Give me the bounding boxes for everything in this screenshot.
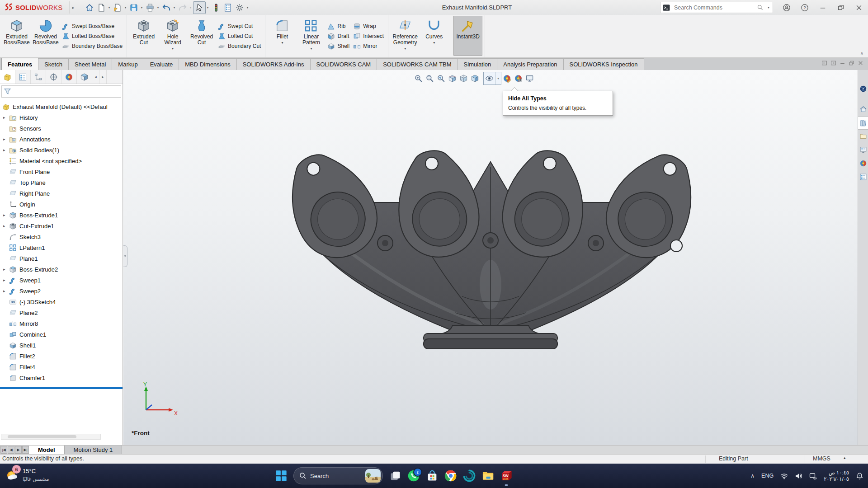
tree-root[interactable]: Exhaust Manifold (Default) <<Defaul: [0, 101, 123, 112]
tab-solidworks-inspection[interactable]: SOLIDWORKS Inspection: [563, 58, 644, 70]
panel-splitter-handle[interactable]: [123, 245, 127, 267]
expand-arrow-icon[interactable]: [3, 289, 9, 293]
tree-item-front-plane[interactable]: Front Plane: [0, 166, 123, 177]
print-button[interactable]: [144, 2, 156, 14]
language-indicator[interactable]: ENG: [761, 473, 774, 479]
tree-item-history[interactable]: History: [0, 112, 123, 123]
view-orientation-icon[interactable]: [458, 73, 469, 84]
help-button[interactable]: ?: [796, 0, 814, 15]
lofted-boss-base-button[interactable]: Lofted Boss/Base: [62, 32, 123, 41]
tree-item-cut-extrude1[interactable]: Cut-Extrude1: [0, 221, 123, 231]
scrollbar-thumb[interactable]: [8, 435, 76, 438]
units-caret-icon[interactable]: ▴: [844, 455, 846, 460]
3dexperience-button[interactable]: [858, 83, 868, 95]
previous-view-icon[interactable]: [435, 73, 447, 84]
whatsapp-button[interactable]: ٤: [407, 469, 420, 482]
tab-sheet-metal[interactable]: Sheet Metal: [68, 58, 112, 70]
microsoft-store-button[interactable]: [426, 469, 439, 482]
tab-featuremanager-tree[interactable]: [0, 70, 15, 84]
tree-item-chamfer1[interactable]: Chamfer1: [0, 372, 123, 383]
reference-geometry-button[interactable]: Reference Geometry: [391, 16, 420, 56]
lofted-cut-button[interactable]: Lofted Cut: [218, 32, 261, 41]
units-selector[interactable]: MMGS: [813, 455, 830, 462]
close-button[interactable]: [850, 0, 868, 15]
tab-configuration-manager[interactable]: [31, 70, 46, 84]
tab-cam-tree[interactable]: [77, 70, 92, 84]
swept-cut-button[interactable]: Swept Cut: [218, 22, 261, 31]
hide-all-types-button[interactable]: [483, 72, 501, 85]
extruded-cut-button[interactable]: Extruded Cut: [129, 16, 158, 56]
rollback-bar[interactable]: [0, 387, 123, 389]
tab-mbd-dimensions[interactable]: MBD Dimensions: [179, 58, 236, 70]
file-explorer-button[interactable]: [858, 130, 868, 142]
taskbar-search[interactable]: Search: [293, 467, 383, 484]
tab-scroll-first-icon[interactable]: |◀: [0, 446, 7, 454]
tree-item-sketch3[interactable]: Sketch3: [0, 231, 123, 242]
tree-item-right-plane[interactable]: Right Plane: [0, 188, 123, 199]
tab-model[interactable]: Model: [29, 446, 65, 454]
tab-markup[interactable]: Markup: [112, 58, 144, 70]
minimize-button[interactable]: [814, 0, 832, 15]
extruded-boss-base-button[interactable]: Extruded Boss/Base: [2, 16, 31, 56]
open-dropdown-caret-icon[interactable]: [123, 5, 128, 9]
tree-item-material[interactable]: Material <not specified>: [0, 155, 123, 166]
new-document-button[interactable]: [95, 2, 107, 14]
user-account-button[interactable]: [778, 0, 796, 15]
tree-item-combine1[interactable]: Combine1: [0, 329, 123, 340]
hide-all-types-caret-icon[interactable]: [495, 72, 501, 84]
tab-solidworks-cam[interactable]: SOLIDWORKS CAM: [310, 58, 377, 70]
shell-button[interactable]: Shell: [327, 42, 349, 51]
command-search[interactable]: [660, 2, 773, 13]
save-dropdown-caret-icon[interactable]: [140, 5, 144, 9]
start-button[interactable]: [275, 469, 288, 482]
appearances-button[interactable]: [858, 157, 868, 169]
chrome-button[interactable]: [444, 469, 457, 482]
tab-analysis-preparation[interactable]: Analysis Preparation: [497, 58, 563, 70]
task-view-button[interactable]: [389, 469, 401, 482]
teal-app-button[interactable]: [463, 469, 476, 482]
apply-scene-icon[interactable]: [513, 73, 524, 84]
expand-arrow-icon[interactable]: [3, 278, 9, 282]
tree-item-boss-extrude1[interactable]: Boss-Extrude1: [0, 210, 123, 221]
tree-item-lpattern1[interactable]: LPattern1: [0, 242, 123, 253]
search-highlight-image[interactable]: [365, 469, 381, 483]
tab-property-manager[interactable]: [15, 70, 31, 84]
tree-item-annotations[interactable]: A Annotations: [0, 134, 123, 145]
tab-solidworks-add-ins[interactable]: SOLIDWORKS Add-Ins: [236, 58, 311, 70]
exhaust-manifold-model[interactable]: [282, 136, 707, 361]
file-explorer-button[interactable]: [481, 469, 494, 482]
action-center-icon[interactable]: [809, 472, 817, 480]
tree-item-mirror8[interactable]: Mirror8: [0, 318, 123, 329]
doc-restore-icon[interactable]: [849, 60, 854, 66]
select-dropdown-caret-icon[interactable]: [206, 5, 210, 9]
options-list-button[interactable]: [222, 2, 234, 14]
tab-scroll-left-icon[interactable]: ◀: [8, 446, 14, 454]
wifi-icon[interactable]: [780, 472, 788, 480]
expand-arrow-icon[interactable]: [3, 267, 9, 272]
redo-dropdown-caret-icon[interactable]: [189, 5, 193, 9]
linear-pattern-button[interactable]: Linear Pattern: [297, 16, 326, 56]
undo-dropdown-caret-icon[interactable]: [172, 5, 177, 9]
tree-item-top-plane[interactable]: Top Plane: [0, 177, 123, 188]
home-button[interactable]: [84, 2, 95, 14]
tab-display-manager[interactable]: [61, 70, 77, 84]
zoom-to-area-icon[interactable]: [424, 73, 435, 84]
tree-item-solid-bodies[interactable]: Solid Bodies(1): [0, 145, 123, 155]
fm-tabs-scroll-right-icon[interactable]: ▸: [99, 70, 107, 84]
open-button[interactable]: [112, 2, 123, 14]
display-style-icon[interactable]: [469, 73, 481, 84]
weather-widget[interactable]: 6 15°C مشمس غالبًا: [5, 465, 73, 486]
tab-solidworks-cam-tbm[interactable]: SOLIDWORKS CAM TBM: [377, 58, 458, 70]
fm-tabs-scroll-left-icon[interactable]: ◂: [92, 70, 99, 84]
hole-wizard-button[interactable]: Hole Wizard: [158, 16, 187, 56]
tree-item-origin[interactable]: Origin: [0, 199, 123, 210]
view-palette-button[interactable]: [858, 144, 868, 156]
revolved-boss-base-button[interactable]: Revolved Boss/Base: [31, 16, 60, 56]
tab-motion-study-1[interactable]: Motion Study 1: [65, 446, 123, 454]
search-commands-input[interactable]: [673, 4, 757, 11]
tree-horizontal-scrollbar[interactable]: [1, 434, 101, 440]
tab-evaluate[interactable]: Evaluate: [144, 58, 179, 70]
search-icon[interactable]: [757, 4, 764, 11]
select-tool-button[interactable]: [193, 1, 206, 14]
mirror-button[interactable]: Mirror: [353, 42, 384, 51]
